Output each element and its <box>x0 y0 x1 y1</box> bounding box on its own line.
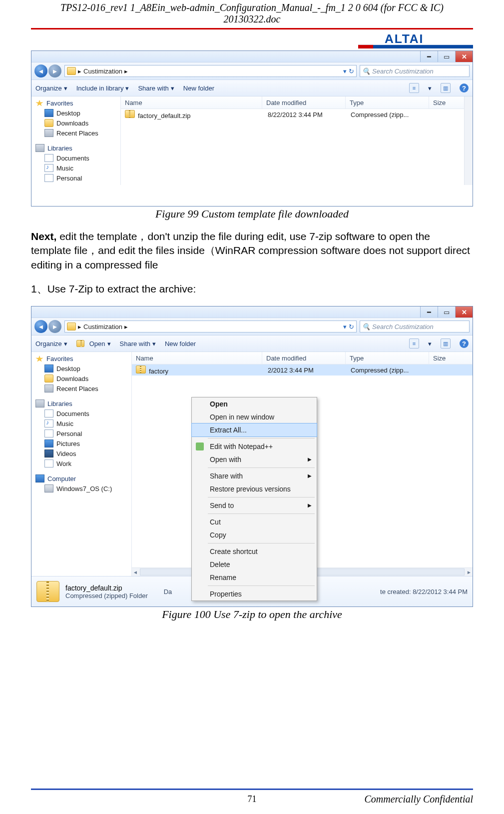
sidebar-item-desktop[interactable]: Desktop <box>31 108 120 118</box>
sidebar-item-downloads[interactable]: Downloads <box>31 374 131 384</box>
new-folder-button[interactable]: New folder <box>165 340 196 348</box>
organize-button[interactable]: Organize ▾ <box>35 340 67 348</box>
sidebar-item-music[interactable]: Music <box>31 418 131 428</box>
col-name[interactable]: Name <box>121 96 262 108</box>
minimize-button[interactable]: ━ <box>420 51 438 62</box>
help-button[interactable]: ? <box>460 339 469 348</box>
maximize-button[interactable]: ▭ <box>438 51 455 62</box>
back-button[interactable]: ◄ <box>34 64 47 78</box>
breadcrumb[interactable]: Custimization <box>83 323 122 330</box>
logo: ALTAI <box>31 32 473 50</box>
doc-icon <box>44 460 53 468</box>
open-button[interactable]: Open ▾ <box>76 340 111 348</box>
view-button[interactable]: ≡ <box>409 338 419 348</box>
chevron-right-icon: ▶ <box>308 456 312 462</box>
help-button[interactable]: ? <box>460 84 469 92</box>
ctx-rename[interactable]: Rename <box>192 571 317 584</box>
dropdown-icon[interactable]: ▾ ↻ <box>343 323 354 330</box>
ctx-properties[interactable]: Properties <box>192 588 317 600</box>
ctx-open[interactable]: Open <box>192 398 317 410</box>
col-size[interactable]: Size <box>429 352 473 364</box>
share-with-button[interactable]: Share with ▾ <box>138 84 174 92</box>
sidebar-favorites-header[interactable]: Favorites <box>31 98 120 108</box>
sidebar-item-personal[interactable]: Personal <box>31 173 120 183</box>
share-with-button[interactable]: Share with ▾ <box>120 340 156 348</box>
ctx-delete[interactable]: Delete <box>192 558 317 571</box>
star-icon <box>35 100 43 107</box>
col-name[interactable]: Name <box>132 352 262 364</box>
organize-button[interactable]: Organize ▾ <box>35 84 67 92</box>
sidebar-item-drive[interactable]: Windows7_OS (C:) <box>31 484 131 494</box>
sidebar-item-desktop[interactable]: Desktop <box>31 364 131 374</box>
sidebar-item-videos[interactable]: Videos <box>31 448 131 458</box>
ctx-cut[interactable]: Cut <box>192 516 317 528</box>
svg-text:ALTAI: ALTAI <box>385 32 424 46</box>
ctx-extract-all[interactable]: Extract All... <box>191 423 317 437</box>
forward-button[interactable]: ► <box>48 320 61 333</box>
preview-pane-button[interactable]: ▥ <box>441 83 451 93</box>
search-placeholder: Search Custimization <box>372 323 434 330</box>
ctx-open-new-window[interactable]: Open in new window <box>192 410 317 424</box>
search-icon: 🔍 <box>362 68 370 75</box>
close-button[interactable]: ✕ <box>455 306 473 318</box>
sidebar-item-work[interactable]: Work <box>31 458 131 468</box>
col-type[interactable]: Type <box>346 96 429 108</box>
back-button[interactable]: ◄ <box>34 320 47 333</box>
sidebar-item-pictures[interactable]: Pictures <box>31 438 131 448</box>
star-icon <box>35 356 43 362</box>
sidebar-item-downloads[interactable]: Downloads <box>31 118 120 128</box>
divider-blue <box>31 788 473 790</box>
col-date[interactable]: Date modified <box>262 96 346 108</box>
doc-icon <box>44 430 53 438</box>
sidebar-item-music[interactable]: Music <box>31 163 120 173</box>
sidebar-item-personal[interactable]: Personal <box>31 428 131 438</box>
new-folder-button[interactable]: New folder <box>183 84 214 92</box>
close-button[interactable]: ✕ <box>455 51 473 62</box>
minimize-button[interactable]: ━ <box>420 306 438 318</box>
include-library-button[interactable]: Include in library ▾ <box>76 84 129 92</box>
search-input[interactable]: 🔍 Search Custimization <box>360 65 470 77</box>
nav-buttons: ◄ ► <box>34 320 61 333</box>
sidebar-item-documents[interactable]: Documents <box>31 408 131 418</box>
view-button[interactable]: ≡ <box>409 83 419 93</box>
doc-header-title: TPS12-016_rev1 1_A8Ein_web-admin_Configu… <box>31 0 473 25</box>
sidebar-libraries-header[interactable]: Libraries <box>31 143 120 153</box>
ctx-send-to[interactable]: Send to▶ <box>192 499 317 512</box>
ctx-restore[interactable]: Restore previous versions <box>192 482 317 496</box>
explorer-window-1: ━ ▭ ✕ ◄ ► ▸ Custimization ▸ ▾ ↻ 🔍 Search… <box>31 50 473 206</box>
details-subtitle: Compressed (zipped) Folder <box>65 592 148 600</box>
sidebar-item-recent[interactable]: Recent Places <box>31 128 120 138</box>
drive-icon <box>44 484 53 492</box>
sidebar-libraries-header[interactable]: Libraries <box>31 398 131 408</box>
ctx-edit-notepad[interactable]: Edit with Notepad++ <box>192 440 317 453</box>
table-row[interactable]: factory_default.zip 8/22/2012 3:44 PM Co… <box>121 109 473 120</box>
monitor-icon <box>44 364 53 372</box>
sidebar-computer-header[interactable]: Computer <box>31 474 131 484</box>
address-bar[interactable]: ▸ Custimization ▸ ▾ ↻ <box>64 320 357 332</box>
ctx-create-shortcut[interactable]: Create shortcut <box>192 545 317 558</box>
ctx-open-with[interactable]: Open with▶ <box>192 453 317 466</box>
sidebar-item-recent[interactable]: Recent Places <box>31 384 131 394</box>
ctx-separator <box>208 543 315 544</box>
maximize-button[interactable]: ▭ <box>438 306 455 318</box>
breadcrumb[interactable]: Custimization <box>83 68 122 75</box>
col-date[interactable]: Date modified <box>262 352 346 364</box>
view-dropdown-icon[interactable]: ▾ <box>428 340 432 348</box>
dropdown-icon[interactable]: ▾ ↻ <box>343 68 354 75</box>
scrollbar[interactable] <box>464 96 473 185</box>
folder-icon <box>44 119 53 127</box>
ctx-copy[interactable]: Copy <box>192 528 317 542</box>
ctx-separator <box>208 468 315 468</box>
search-input[interactable]: 🔍 Search Custimization <box>360 320 470 332</box>
preview-pane-button[interactable]: ▥ <box>441 338 451 348</box>
ctx-share-with[interactable]: Share with▶ <box>192 470 317 482</box>
figure-caption-1: Figure 99 Custom template file downloade… <box>31 208 473 220</box>
forward-button[interactable]: ► <box>48 64 61 78</box>
table-row[interactable]: factory 2/2012 3:44 PM Compressed (zipp.… <box>132 364 473 376</box>
col-type[interactable]: Type <box>346 352 429 364</box>
details-created-label: te created: <box>380 588 411 596</box>
sidebar-favorites-header[interactable]: Favorites <box>31 354 131 364</box>
view-dropdown-icon[interactable]: ▾ <box>428 84 432 92</box>
sidebar-item-documents[interactable]: Documents <box>31 153 120 163</box>
address-bar[interactable]: ▸ Custimization ▸ ▾ ↻ <box>64 65 357 77</box>
